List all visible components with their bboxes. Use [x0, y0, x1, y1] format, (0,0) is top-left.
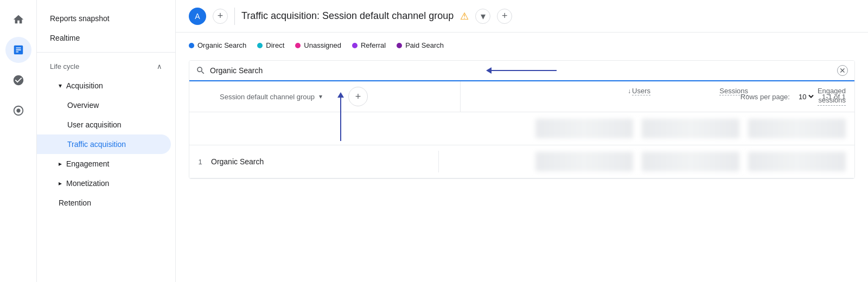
blurred-engaged-sessions-cell [748, 119, 846, 138]
dimension-column-header: Session default channel group ▾ + [211, 81, 461, 112]
acquisition-label: Acquisition [66, 81, 103, 90]
table-search-row: ✕ [189, 61, 854, 81]
row-sessions-cell [642, 152, 739, 171]
legend-item[interactable]: Direct [257, 41, 284, 49]
sidebar-item-engagement[interactable]: ▸ Engagement [37, 154, 175, 174]
legend-dot [257, 43, 263, 48]
retention-label: Retention [59, 198, 91, 207]
legend-item[interactable]: Organic Search [189, 41, 246, 49]
sidebar-item-acquisition[interactable]: ▾ Acquisition [37, 76, 175, 95]
data-table: ✕ Session default channel group ▾ [189, 60, 855, 179]
add-report-button[interactable]: + [497, 9, 512, 24]
sidebar-item-traffic-acquisition[interactable]: Traffic acquisition [37, 134, 171, 154]
overview-label: Overview [67, 101, 99, 110]
monetization-expand-icon: ▸ [59, 180, 62, 187]
loading-row [189, 112, 854, 145]
users-label: Users [632, 87, 650, 95]
engagement-expand-icon: ▸ [59, 160, 62, 168]
title-dropdown-button[interactable]: ▾ [475, 9, 490, 24]
search-input[interactable] [210, 66, 482, 75]
sort-down-icon: ↓ [628, 87, 631, 95]
sidebar-item-overview[interactable]: Overview [37, 95, 175, 115]
page-title-text: Traffic acquisition: Session default cha… [241, 10, 454, 22]
engagement-label: Engagement [66, 159, 109, 168]
header-divider [234, 8, 235, 25]
horizontal-arrow-annotation [486, 67, 557, 74]
legend-dot [397, 43, 402, 48]
page-info: 1-1 of 1 [822, 93, 846, 101]
home-icon[interactable] [5, 7, 31, 33]
avatar[interactable]: A [189, 8, 206, 25]
vertical-arrow-line [340, 98, 341, 141]
clear-search-button[interactable]: ✕ [837, 65, 848, 76]
user-acquisition-label: User acquisition [67, 120, 122, 129]
legend-label: Referral [361, 41, 386, 49]
traffic-acquisition-label: Traffic acquisition [67, 140, 126, 149]
monetization-label: Monetization [66, 179, 109, 188]
add-tab-button[interactable]: + [213, 9, 228, 24]
row-dimension-cell[interactable]: Organic Search [211, 151, 439, 172]
analytics-icon[interactable] [5, 67, 31, 93]
lifecycle-label: Life cycle [50, 62, 79, 70]
legend-dot [295, 43, 301, 48]
page-title: Traffic acquisition: Session default cha… [241, 9, 855, 24]
table-header-row: Session default channel group ▾ + [189, 81, 854, 112]
legend-item[interactable]: Unassigned [295, 41, 341, 49]
sidebar-item-reports-snapshot[interactable]: Reports snapshot [37, 9, 175, 28]
users-column-header: ↓ Users [553, 87, 650, 106]
sidebar-realtime-label: Realtime [50, 34, 80, 42]
blurred-sessions-cell [642, 119, 739, 138]
sidebar-item-retention[interactable]: Retention [37, 193, 175, 213]
sidebar-reports-label: Reports snapshot [50, 14, 110, 23]
sidebar-item-user-acquisition[interactable]: User acquisition [37, 115, 175, 134]
blurred-users-cell [535, 119, 633, 138]
pagination-controls: Rows per page: 10 25 50 1-1 of 1 [732, 88, 854, 106]
header: A + Traffic acquisition: Session default… [176, 0, 868, 33]
row-metrics [439, 145, 854, 178]
row-users-cell [535, 152, 633, 171]
chart-legend: Organic SearchDirectUnassignedReferralPa… [189, 41, 855, 49]
add-column-button[interactable]: + [348, 87, 368, 106]
legend-dot [352, 43, 358, 48]
sidebar-item-realtime[interactable]: Realtime [37, 28, 175, 48]
legend-label: Paid Search [405, 41, 444, 49]
dropdown-chevron-icon: ▾ [481, 10, 486, 22]
legend-item[interactable]: Paid Search [397, 41, 444, 49]
dimension-dropdown-icon[interactable]: ▾ [319, 93, 322, 100]
legend-item[interactable]: Referral [352, 41, 386, 49]
arrow-head-icon [486, 67, 492, 74]
warning-icon: ⚠ [460, 10, 469, 22]
row-number: 1 [189, 158, 211, 166]
content-area: Organic SearchDirectUnassignedReferralPa… [176, 33, 868, 282]
sidebar-lifecycle-header[interactable]: Life cycle ∧ [37, 57, 175, 76]
legend-label: Organic Search [197, 41, 246, 49]
rows-per-page-label: Rows per page: [741, 93, 790, 101]
icon-bar [0, 0, 37, 282]
rows-per-page-select[interactable]: 10 25 50 [796, 92, 815, 101]
vertical-arrow-head-icon [337, 92, 344, 98]
add-column-icon: + [355, 91, 361, 102]
arrow-line [492, 70, 557, 71]
clear-icon: ✕ [839, 66, 846, 75]
table-row: 1 Organic Search [189, 145, 854, 178]
charts-icon[interactable] [5, 37, 31, 63]
acquisition-expand-icon: ▾ [59, 82, 62, 89]
lifecycle-collapse-icon: ∧ [157, 62, 162, 70]
sidebar: Reports snapshot Realtime Life cycle ∧ ▾… [37, 0, 176, 282]
legend-label: Direct [266, 41, 284, 49]
dimension-column-label: Session default channel group [220, 93, 315, 101]
row-engaged-sessions-cell [748, 152, 846, 171]
legend-label: Unassigned [304, 41, 341, 49]
target-icon[interactable] [5, 98, 31, 124]
legend-dot [189, 43, 194, 48]
search-icon [196, 66, 206, 75]
sidebar-item-monetization[interactable]: ▸ Monetization [37, 174, 175, 193]
main-content: A + Traffic acquisition: Session default… [176, 0, 868, 282]
